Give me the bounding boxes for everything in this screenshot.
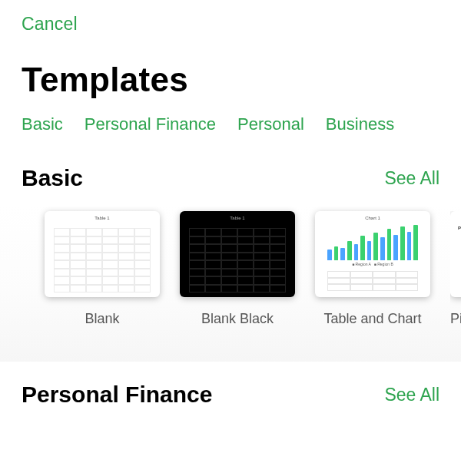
section-title-personal-finance: Personal Finance <box>22 382 212 408</box>
template-blank[interactable]: Table 1 Blank <box>45 211 160 327</box>
section-title-basic: Basic <box>22 165 83 191</box>
section-header-basic: Basic See All <box>0 134 461 191</box>
see-all-personal-finance[interactable]: See All <box>384 385 439 405</box>
template-thumb-pivot: Pivot Ta <box>450 211 461 297</box>
template-thumb-table-and-chart: Chart 1 ■ Region A ■ Region B <box>315 211 430 297</box>
template-label: Table and Chart <box>323 311 421 327</box>
template-label: Blank Black <box>201 311 274 327</box>
template-table-and-chart[interactable]: Chart 1 ■ Region A ■ Region B Table and … <box>315 211 430 327</box>
template-pivot[interactable]: Pivot Ta Piv <box>450 211 461 327</box>
tab-basic[interactable]: Basic <box>22 114 63 134</box>
tab-personal[interactable]: Personal <box>237 114 304 134</box>
template-row-basic[interactable]: Table 1 Blank Table 1 Blank Black Chart … <box>0 191 461 362</box>
template-label: Piv <box>450 311 461 327</box>
tab-business[interactable]: Business <box>326 114 394 134</box>
page-title: Templates <box>0 35 461 99</box>
see-all-basic[interactable]: See All <box>384 168 439 189</box>
template-label: Blank <box>85 311 119 327</box>
tab-personal-finance[interactable]: Personal Finance <box>85 114 216 134</box>
template-thumb-blank-black: Table 1 <box>180 211 295 297</box>
cancel-button[interactable]: Cancel <box>0 0 461 35</box>
category-tabs: Basic Personal Finance Personal Business <box>0 99 461 134</box>
section-header-personal-finance: Personal Finance See All <box>0 362 461 408</box>
template-blank-black[interactable]: Table 1 Blank Black <box>180 211 295 327</box>
template-thumb-blank: Table 1 <box>45 211 160 297</box>
